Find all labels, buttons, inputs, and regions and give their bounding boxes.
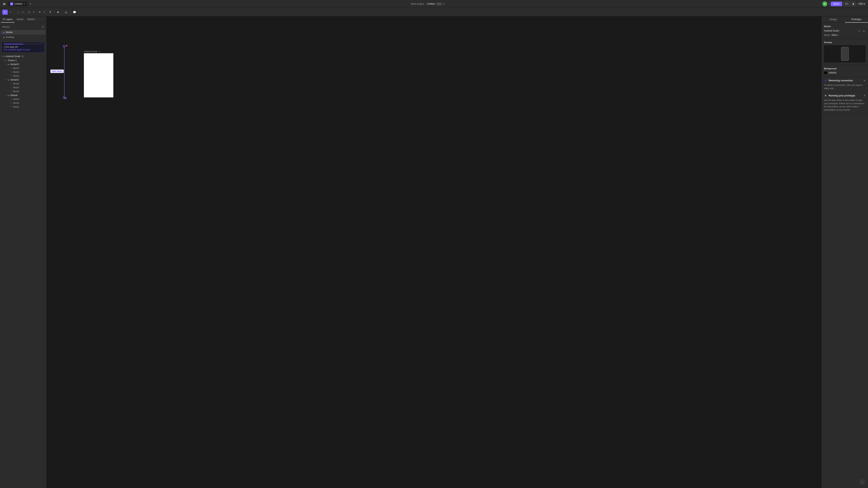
tool-separator-4 xyxy=(46,10,47,14)
vector-icon-1: 〇 xyxy=(10,67,12,69)
after-delay-badge[interactable]: After delay xyxy=(51,69,64,73)
tool-shape[interactable]: ◻ xyxy=(27,10,32,14)
tool-comment[interactable]: 💬 xyxy=(71,10,78,15)
running-prototype-card: Running your prototype ✕ Use the play bu… xyxy=(822,92,868,113)
tool-scale[interactable]: ⤢ xyxy=(8,10,13,14)
page-active-icon: ◆ xyxy=(3,31,5,33)
preview-phone xyxy=(841,47,849,61)
removing-connection-text: To delete a connection, click and drag o… xyxy=(824,84,866,90)
tool-pen[interactable]: ✒ xyxy=(37,10,42,14)
tool-mask[interactable]: ◎ xyxy=(63,10,69,15)
tool-separator-3 xyxy=(36,10,36,14)
layer-vector-v3-2[interactable]: 〇 Vector xyxy=(8,70,46,74)
removing-connection-close[interactable]: ✕ xyxy=(863,79,866,82)
variant3-expand-icon: ▾ xyxy=(6,63,7,65)
layer-expand-icon: ▾ xyxy=(2,55,2,57)
layer-variant2[interactable]: ▾ ◈ Variant2 xyxy=(5,78,46,82)
tab-layers[interactable]: ☰ Layers xyxy=(1,17,14,23)
breadcrumb-current: Untitled xyxy=(427,2,435,5)
connection-start-dot[interactable] xyxy=(63,45,65,47)
upgrade-link[interactable]: Get unlimited pages & more xyxy=(4,48,30,51)
vector-icon-3: 〇 xyxy=(10,74,12,77)
background-section-title: Background xyxy=(824,67,836,70)
breadcrumb-expand-icon[interactable]: ▾ xyxy=(443,2,445,5)
tool-text[interactable]: T xyxy=(48,10,53,15)
add-page-button[interactable]: + xyxy=(42,25,44,29)
vector-icon-8: 〇 xyxy=(10,102,12,104)
running-prototype-close[interactable]: ✕ xyxy=(863,94,866,97)
variant2-label: Variant2 xyxy=(10,78,19,81)
layer-section-android[interactable]: ▾ ⊞ Android Small - 1 xyxy=(0,54,46,59)
figma-tab[interactable]: F Untitled ✕ xyxy=(8,2,27,6)
share-button[interactable]: Share xyxy=(831,2,842,6)
variant3-label: Variant3 xyxy=(10,63,19,66)
vector-icon-5: 〇 xyxy=(10,86,12,89)
tool-component[interactable]: ❖ xyxy=(55,10,61,15)
breadcrumb-separator: / xyxy=(425,2,426,5)
device-portrait-button[interactable]: ▭ xyxy=(857,29,861,33)
variant2-icon: ◈ xyxy=(8,79,9,81)
layer-vector-v3-1[interactable]: 〇 Vector xyxy=(8,66,46,70)
page-inactive-icon: ◆ xyxy=(3,36,5,38)
tool-move[interactable]: ↖ xyxy=(2,10,8,15)
home-icon[interactable] xyxy=(2,1,7,7)
layer-grid-icon: ⊞ xyxy=(3,55,5,58)
connection-delete-icon[interactable]: ✕ xyxy=(65,44,68,47)
tool-pen-arrow[interactable]: ▾ xyxy=(43,10,45,14)
layer-vector-d-1[interactable]: 〇 Vector xyxy=(8,97,46,101)
layer-variant3[interactable]: ▾ ◈ Variant3 xyxy=(5,62,46,66)
tab-icon: F xyxy=(10,2,13,5)
default-icon: ◈ xyxy=(8,94,9,96)
tool-frame-arrow[interactable]: ▾ xyxy=(22,10,24,14)
tool-shape-arrow[interactable]: ▾ xyxy=(32,10,35,14)
avatar-expand[interactable]: ▾ xyxy=(829,3,830,5)
layer-vector-v2-3[interactable]: 〇 Vector xyxy=(8,90,46,93)
pages-header: Pages xyxy=(2,26,10,28)
model-selector[interactable]: Silver ▾ xyxy=(831,34,839,36)
preview-area xyxy=(824,45,866,63)
page-item-desktop[interactable]: ◆ Desktop xyxy=(1,35,45,39)
background-color-value[interactable]: 000000 xyxy=(829,71,836,74)
zoom-control[interactable]: 44%▾ xyxy=(857,2,866,6)
layer-vector-d-2[interactable]: 〇 Vector xyxy=(8,101,46,105)
page-desktop-label: Desktop xyxy=(6,36,14,38)
layer-vector-v2-1[interactable]: 〇 Vector xyxy=(8,82,46,86)
device-name: Android Small xyxy=(824,29,839,32)
canvas[interactable]: ✕ After delay Android Small - 1 xyxy=(46,17,822,488)
device-selector[interactable]: Android Small ▾ xyxy=(824,29,840,32)
layer-default[interactable]: ▾ ◈ Default xyxy=(5,93,46,97)
layer-vector-v3-3[interactable]: 〇 Vector xyxy=(8,74,46,78)
device-dropdown-icon: ▾ xyxy=(839,30,840,32)
new-tab-button[interactable]: + xyxy=(28,2,33,6)
canvas-frame[interactable] xyxy=(84,53,113,97)
breadcrumb-project[interactable]: Team project xyxy=(410,2,424,5)
tab-assets[interactable]: Assets xyxy=(14,17,25,23)
frame-icon: ◇ xyxy=(6,60,7,62)
sidebar-left: ☰ Layers Assets Mobile ▾ Pages + ◆ Mobil… xyxy=(0,17,46,488)
avatar[interactable]: S xyxy=(822,1,827,6)
layer-vector-d-3[interactable]: 〇 Vector xyxy=(8,105,46,109)
frame-label: Android Small - 1 xyxy=(84,51,100,53)
frame-expand-icon: ▾ xyxy=(4,60,5,61)
layer-vector-v2-2[interactable]: 〇 Vector xyxy=(8,86,46,90)
present-button[interactable]: ▶ xyxy=(851,1,856,6)
vector-icon-2: 〇 xyxy=(10,71,12,73)
code-view-button[interactable]: </> xyxy=(843,1,850,6)
preview-section-title: Preview xyxy=(824,41,832,43)
tab-design[interactable]: Design xyxy=(822,17,845,23)
background-color-swatch[interactable] xyxy=(824,71,827,74)
page-item-mobile[interactable]: ◆ Mobile xyxy=(1,30,45,35)
tab-prototype[interactable]: Prototype xyxy=(845,17,868,23)
running-prototype-icon xyxy=(824,94,828,97)
upgrade-banner: 1 free page left. Get unlimited pages & … xyxy=(2,42,45,53)
layer-section-title: Android Small - 1 xyxy=(6,55,24,58)
free-badge: Free xyxy=(436,2,442,5)
tool-frame[interactable]: ⬚ xyxy=(16,10,21,14)
layer-frame1[interactable]: ▾ ◇ Frame 1 xyxy=(2,59,46,62)
help-button[interactable]: ? xyxy=(860,480,865,485)
tab-close-icon[interactable]: ✕ xyxy=(24,3,25,5)
device-landscape-button[interactable]: ▬ xyxy=(862,29,866,33)
tab-mobile[interactable]: Mobile ▾ xyxy=(25,17,37,23)
model-value: Silver xyxy=(831,34,837,36)
tool-separator-6 xyxy=(62,10,62,14)
